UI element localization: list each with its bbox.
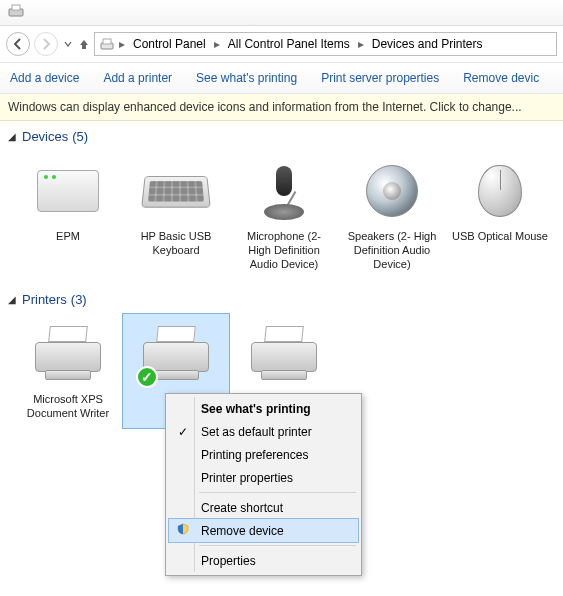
check-icon: ✓ — [175, 425, 191, 439]
device-label: Speakers (2- High Definition Audio Devic… — [343, 229, 441, 271]
microphone-icon — [248, 159, 320, 223]
keyboard-icon — [140, 159, 212, 223]
menu-remove-device[interactable]: Remove device — [169, 519, 358, 542]
device-item-microphone[interactable]: Microphone (2- High Definition Audio Dev… — [230, 150, 338, 280]
menu-label: See what's printing — [201, 402, 311, 416]
device-label: Microphone (2- High Definition Audio Dev… — [235, 229, 333, 271]
printer-item-xps[interactable]: Microsoft XPS Document Writer — [14, 313, 122, 429]
printer-icon — [248, 322, 320, 386]
chevron-right-icon[interactable]: ▸ — [356, 37, 366, 51]
group-header-printers[interactable]: ◢ Printers (3) — [8, 292, 563, 307]
device-item-mouse[interactable]: USB Optical Mouse — [446, 150, 554, 280]
menu-label: Printer properties — [201, 471, 293, 485]
back-button[interactable] — [6, 32, 30, 56]
speaker-icon — [356, 159, 428, 223]
context-menu: See what's printing ✓ Set as default pri… — [165, 393, 362, 576]
breadcrumb-all-items[interactable]: All Control Panel Items — [222, 33, 356, 55]
add-device-button[interactable]: Add a device — [10, 71, 79, 85]
default-check-icon: ✓ — [136, 366, 158, 388]
up-button[interactable] — [78, 38, 90, 50]
window-icon — [8, 3, 24, 22]
menu-label: Set as default printer — [201, 425, 312, 439]
print-server-properties-button[interactable]: Print server properties — [321, 71, 439, 85]
add-printer-button[interactable]: Add a printer — [103, 71, 172, 85]
shield-icon — [175, 523, 191, 538]
title-bar — [0, 0, 563, 26]
menu-label: Create shortcut — [201, 501, 283, 515]
menu-create-shortcut[interactable]: Create shortcut — [169, 496, 358, 519]
device-label: EPM — [19, 229, 117, 243]
group-count: (3) — [71, 292, 87, 307]
menu-see-whats-printing[interactable]: See what's printing — [169, 397, 358, 420]
device-item-speakers[interactable]: Speakers (2- High Definition Audio Devic… — [338, 150, 446, 280]
menu-printer-properties[interactable]: Printer properties — [169, 466, 358, 489]
group-label: Printers — [22, 292, 67, 307]
collapse-icon: ◢ — [8, 131, 16, 142]
info-bar[interactable]: Windows can display enhanced device icon… — [0, 94, 563, 121]
device-label: HP Basic USB Keyboard — [127, 229, 225, 257]
mouse-icon — [464, 159, 536, 223]
group-header-devices[interactable]: ◢ Devices (5) — [8, 129, 563, 144]
recent-locations[interactable] — [62, 40, 74, 48]
menu-printing-preferences[interactable]: Printing preferences — [169, 443, 358, 466]
device-item-keyboard[interactable]: HP Basic USB Keyboard — [122, 150, 230, 280]
location-icon — [97, 36, 117, 52]
chevron-right-icon[interactable]: ▸ — [117, 37, 127, 51]
chevron-right-icon[interactable]: ▸ — [212, 37, 222, 51]
menu-label: Remove device — [201, 524, 284, 538]
group-label: Devices — [22, 129, 68, 144]
device-label: USB Optical Mouse — [451, 229, 549, 243]
devices-items: EPM HP Basic USB Keyboard Microphone (2-… — [8, 144, 563, 292]
menu-properties[interactable]: Properties — [169, 549, 358, 572]
device-item-epm[interactable]: EPM — [14, 150, 122, 280]
menu-separator — [199, 492, 356, 493]
command-toolbar: Add a device Add a printer See what's pr… — [0, 62, 563, 94]
printer-label: Microsoft XPS Document Writer — [19, 392, 117, 420]
see-whats-printing-button[interactable]: See what's printing — [196, 71, 297, 85]
info-bar-text: Windows can display enhanced device icon… — [8, 100, 522, 114]
remove-device-button[interactable]: Remove devic — [463, 71, 539, 85]
menu-label: Printing preferences — [201, 448, 308, 462]
nav-row: ▸ Control Panel ▸ All Control Panel Item… — [0, 26, 563, 62]
breadcrumb-devices-printers[interactable]: Devices and Printers — [366, 33, 489, 55]
group-count: (5) — [72, 129, 88, 144]
address-bar[interactable]: ▸ Control Panel ▸ All Control Panel Item… — [94, 32, 557, 56]
menu-set-as-default[interactable]: ✓ Set as default printer — [169, 420, 358, 443]
drive-icon — [32, 159, 104, 223]
forward-button[interactable] — [34, 32, 58, 56]
svg-rect-3 — [103, 39, 111, 44]
menu-label: Properties — [201, 554, 256, 568]
breadcrumb-control-panel[interactable]: Control Panel — [127, 33, 212, 55]
menu-separator — [199, 545, 356, 546]
collapse-icon: ◢ — [8, 294, 16, 305]
svg-rect-1 — [12, 5, 20, 10]
printer-icon — [32, 322, 104, 386]
